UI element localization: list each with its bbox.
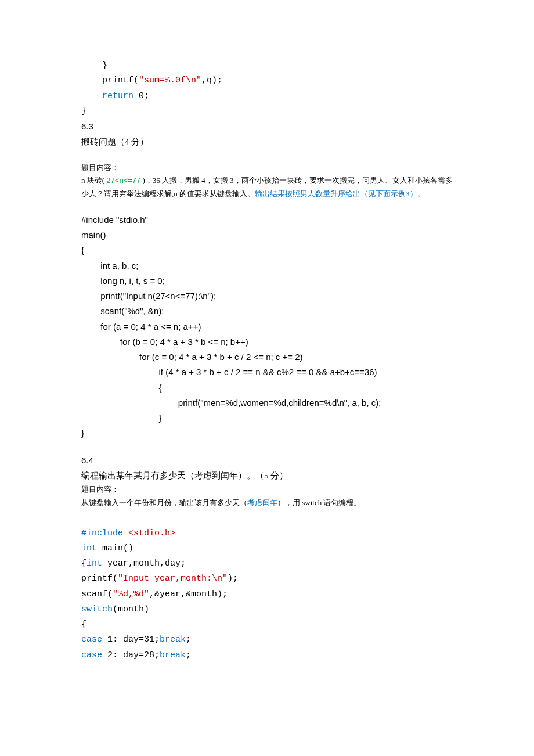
- code-line: }: [81, 426, 453, 441]
- code-line: return 0;: [81, 89, 453, 104]
- code-text: printf(: [81, 75, 139, 85]
- code-line: printf("Input n(27<n<=77):\n");: [81, 289, 453, 304]
- code-text: ,q);: [201, 75, 222, 85]
- code-text: ,&year,&month);: [149, 589, 228, 599]
- code-text: ;: [186, 650, 191, 660]
- emphasis-text: 考虑闰年: [247, 498, 277, 507]
- keyword: int: [86, 559, 102, 568]
- code-line: }: [81, 411, 453, 426]
- string-literal: "Input year,month:\n": [118, 574, 228, 584]
- desc-text: n 块砖(: [81, 176, 106, 185]
- code-text: ;: [186, 635, 191, 645]
- code-line: #include <stdio.h>: [81, 526, 453, 541]
- emphasis-text: 输出结果按照男人数量升序给出（见下面示例3）。: [255, 189, 425, 198]
- problem-description: n 块砖( 27<n<=77 )，36 人搬，男搬 4，女搬 3，两个小孩抬一块…: [81, 174, 453, 201]
- code-text: {: [81, 559, 86, 568]
- code-text: 2: day=28;: [102, 650, 160, 660]
- code-line: {: [81, 243, 453, 258]
- code-line: {: [81, 617, 453, 632]
- code-line: int a, b, c;: [81, 258, 453, 273]
- code-line: main(): [81, 228, 453, 243]
- code-text: 1: day=31;: [102, 635, 160, 645]
- code-line: case 2: day=28;break;: [81, 648, 453, 663]
- range-text: 27<n<=77: [106, 176, 140, 185]
- code-line: int main(): [81, 541, 453, 556]
- code-text: [81, 91, 102, 101]
- keyword: switch: [81, 604, 113, 614]
- code-text: (month): [113, 604, 149, 614]
- code-text: main(): [97, 543, 134, 553]
- code-line: printf("men=%d,women=%d,children=%d\n", …: [81, 395, 453, 411]
- code-text: year,month,day;: [102, 559, 186, 568]
- code-line: if (4 * a + 3 * b + c / 2 == n && c%2 ==…: [81, 365, 453, 380]
- desc-text: ），用 switch 语句编程。: [277, 498, 361, 507]
- keyword: break: [160, 650, 186, 660]
- code-line: long n, i, t, s = 0;: [81, 273, 453, 289]
- keyword: break: [160, 635, 186, 645]
- code-line: {: [81, 380, 453, 395]
- keyword: case: [81, 650, 102, 660]
- section-number: 6.4: [81, 453, 453, 468]
- section-number: 6.3: [81, 119, 453, 134]
- problem-description: 从键盘输入一个年份和月份，输出该月有多少天（考虑闰年），用 switch 语句编…: [81, 496, 453, 510]
- subheading: 题目内容：: [81, 483, 453, 496]
- code-line: for (b = 0; 4 * a + 3 * b <= n; b++): [81, 334, 453, 350]
- string-literal: <stdio.h>: [123, 528, 175, 538]
- code-line: case 1: day=31;break;: [81, 632, 453, 647]
- code-text: scanf(: [81, 589, 113, 599]
- code-block-63: #include "stdio.h" main() { int a, b, c;…: [81, 213, 453, 441]
- code-snippet-top: } printf("sum=%.0f\n",q); return 0; }: [81, 58, 453, 119]
- keyword: return: [102, 91, 134, 101]
- keyword: case: [81, 635, 102, 645]
- section-title: 搬砖问题（4 分）: [81, 134, 453, 149]
- code-line: }: [81, 104, 453, 119]
- code-line: {int year,month,day;: [81, 556, 453, 571]
- string-literal: "%d,%d": [113, 589, 149, 599]
- keyword: #include: [81, 528, 123, 538]
- desc-text: 从键盘输入一个年份和月份，输出该月有多少天（: [81, 498, 247, 507]
- string-literal: "sum=%.0f\n": [139, 75, 201, 85]
- code-line: }: [81, 58, 453, 73]
- code-line: #include "stdio.h": [81, 213, 453, 228]
- subheading: 题目内容：: [81, 161, 453, 175]
- code-line: switch(month): [81, 602, 453, 617]
- code-line: for (c = 0; 4 * a + 3 * b + c / 2 <= n; …: [81, 350, 453, 365]
- code-line: scanf("%d", &n);: [81, 304, 453, 319]
- code-block-64: #include <stdio.h> int main() {int year,…: [81, 526, 453, 663]
- keyword: int: [81, 543, 97, 553]
- code-text: 0;: [134, 91, 149, 101]
- section-title: 编程输出某年某月有多少天（考虑到闰年）。（5 分）: [81, 468, 453, 483]
- code-text: printf(: [81, 574, 118, 584]
- code-text: );: [228, 574, 238, 584]
- code-line: for (a = 0; 4 * a <= n; a++): [81, 319, 453, 334]
- code-line: printf("Input year,month:\n");: [81, 571, 453, 586]
- code-line: printf("sum=%.0f\n",q);: [81, 73, 453, 88]
- code-line: scanf("%d,%d",&year,&month);: [81, 587, 453, 602]
- document-page: } printf("sum=%.0f\n",q); return 0; } 6.…: [0, 0, 534, 698]
